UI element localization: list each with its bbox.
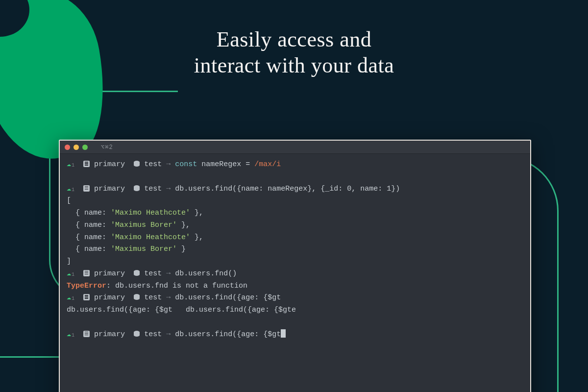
terminal-tab-label: ⌥⌘2	[101, 144, 113, 151]
cmd-text: db.users.find({age: {$gt	[175, 330, 281, 339]
terminal-body[interactable]: ☁1 primary test → const nameRegex = /max…	[60, 154, 530, 347]
prompt-db: test	[144, 185, 162, 193]
result-str: 'Maximus Borer'	[111, 221, 177, 229]
prompt-replica: primary	[94, 160, 125, 169]
decorative-line-bottom	[0, 356, 59, 358]
error-type: TypeError	[67, 282, 106, 290]
terminal-line: ☁1 primary test → db.users.find({age: {$…	[67, 329, 523, 341]
cloud-sub: 1	[72, 296, 74, 301]
cloud-icon: ☁	[67, 160, 71, 169]
database-icon	[134, 294, 140, 300]
terminal-window[interactable]: ⌥⌘2 ☁1 primary test → const nameRegex = …	[59, 140, 531, 392]
result-str: 'Maximo Heathcote'	[111, 209, 190, 217]
terminal-output: { name: 'Maximus Borer' },	[67, 220, 523, 232]
prompt-replica: primary	[94, 330, 125, 339]
cmd-text: nameRegex =	[201, 160, 250, 169]
result-str: 'Maximo Heathcote'	[111, 233, 190, 242]
database-icon	[134, 331, 140, 337]
arrow-icon: →	[166, 160, 171, 169]
stage: Easily access and interact with your dat…	[0, 27, 588, 392]
book-icon	[83, 331, 90, 337]
error-msg: db.users.fnd is not a function	[115, 282, 247, 290]
book-icon	[83, 270, 90, 276]
database-icon	[134, 185, 140, 191]
headline-line2: interact with your data	[194, 53, 394, 77]
book-icon	[83, 161, 90, 167]
prompt-replica: primary	[94, 270, 125, 278]
headline-line1: Easily access and	[217, 27, 371, 51]
headline: Easily access and interact with your dat…	[0, 27, 588, 79]
terminal-line: ☁1 primary test → db.users.fnd()	[67, 268, 523, 280]
terminal-output: [	[67, 195, 523, 207]
cloud-sub: 1	[72, 163, 74, 168]
database-icon	[134, 161, 140, 167]
terminal-titlebar[interactable]: ⌥⌘2	[60, 141, 530, 154]
result-str: 'Maximus Borer'	[111, 245, 177, 253]
terminal-autocomplete: db.users.find({age: {$gt db.users.find({…	[67, 304, 523, 317]
terminal-line: ☁1 primary test → db.users.find({age: {$…	[67, 292, 523, 304]
traffic-light-close-icon[interactable]	[65, 145, 70, 150]
terminal-line: ☁1 primary test → const nameRegex = /max…	[67, 159, 523, 171]
book-icon	[83, 294, 90, 300]
cloud-icon: ☁	[67, 330, 71, 339]
terminal-blank	[67, 317, 523, 329]
terminal-output: { name: 'Maximo Heathcote' },	[67, 207, 523, 220]
cmd-text: db.users.find({name: nameRegex}, {_id: 0…	[175, 185, 400, 193]
cloud-icon: ☁	[67, 294, 71, 302]
prompt-db: test	[144, 294, 162, 302]
arrow-icon: →	[166, 330, 171, 339]
prompt-db: test	[144, 270, 162, 278]
arrow-icon: →	[166, 270, 171, 278]
prompt-replica: primary	[94, 294, 125, 302]
cloud-sub: 1	[72, 333, 74, 338]
database-icon	[134, 270, 140, 276]
cloud-sub: 1	[72, 187, 74, 193]
cmd-text: db.users.fnd()	[175, 270, 237, 278]
arrow-icon: →	[166, 185, 171, 193]
traffic-light-minimize-icon[interactable]	[74, 145, 79, 150]
book-icon	[83, 185, 90, 192]
prompt-replica: primary	[94, 185, 125, 193]
terminal-line: ☁1 primary test → db.users.find({name: n…	[67, 183, 523, 196]
terminal-output: { name: 'Maximus Borer' }	[67, 244, 523, 256]
prompt-db: test	[144, 160, 162, 169]
terminal-output: { name: 'Maximo Heathcote' },	[67, 232, 523, 244]
traffic-light-zoom-icon[interactable]	[82, 145, 88, 150]
cloud-sub: 1	[72, 272, 74, 277]
arrow-icon: →	[166, 294, 171, 302]
prompt-db: test	[144, 330, 162, 339]
kw-const: const	[175, 160, 197, 169]
cmd-regex: /max/i	[254, 160, 281, 169]
terminal-output: ]	[67, 256, 523, 268]
cloud-icon: ☁	[67, 185, 71, 193]
terminal-blank	[67, 171, 523, 183]
terminal-error: TypeError: db.users.fnd is not a functio…	[67, 280, 523, 293]
cursor-icon	[281, 329, 286, 338]
cloud-icon: ☁	[67, 270, 71, 278]
cmd-text: db.users.find({age: {$gt	[175, 294, 281, 302]
